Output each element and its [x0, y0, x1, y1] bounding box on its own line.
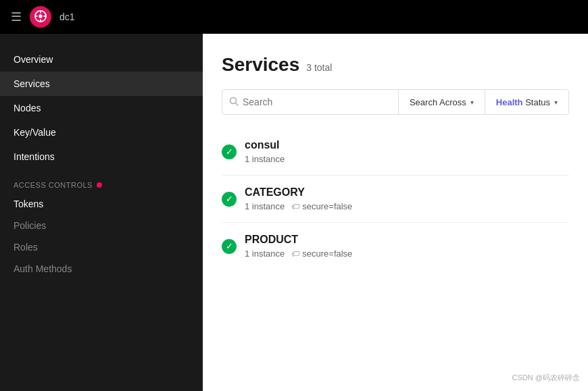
health-status-button[interactable]: Health Status ▾ — [485, 90, 568, 114]
search-across-label: Search Across — [410, 97, 466, 107]
tag-value: secure=false — [302, 201, 352, 211]
health-check-icon: ✓ — [222, 239, 237, 254]
sidebar-item-auth-methods[interactable]: Auth Methods — [0, 258, 203, 280]
status-label-text: Status — [525, 97, 550, 107]
health-check-icon: ✓ — [222, 145, 237, 159]
health-label: Health — [496, 97, 523, 107]
service-tag: 🏷 secure=false — [291, 249, 352, 259]
instance-count: 1 instance — [245, 249, 285, 259]
top-navigation: ☰ dc1 — [0, 0, 588, 34]
services-list: ✓ consul 1 instance ✓ CATEGORY 1 instanc… — [222, 128, 569, 269]
svg-line-7 — [236, 103, 239, 105]
service-info: consul 1 instance — [245, 139, 285, 164]
logo-text — [34, 10, 47, 24]
service-name: PRODUCT — [245, 234, 352, 246]
svg-point-1 — [39, 14, 42, 18]
sidebar-item-nodes[interactable]: Nodes — [0, 96, 203, 120]
sidebar-item-overview[interactable]: Overview — [0, 47, 203, 72]
service-tag: 🏷 secure=false — [291, 201, 352, 211]
sidebar-item-roles[interactable]: Roles — [0, 236, 203, 258]
table-row[interactable]: ✓ PRODUCT 1 instance 🏷 secure=false — [222, 223, 569, 269]
filter-bar: Search Across ▾ Health Status ▾ — [222, 89, 569, 115]
sidebar-item-keyvalue[interactable]: Key/Value — [0, 120, 203, 145]
sidebar-item-intentions[interactable]: Intentions — [0, 145, 203, 169]
access-dot-icon — [97, 182, 102, 188]
tag-icon: 🏷 — [291, 249, 299, 259]
tag-icon: 🏷 — [291, 202, 299, 211]
watermark: CSDN @码农碎碎念 — [512, 373, 580, 383]
hamburger-icon[interactable]: ☰ — [11, 9, 22, 24]
instance-count: 1 instance — [245, 154, 285, 164]
dc-label: dc1 — [59, 11, 75, 22]
sidebar: Overview Services Nodes Key/Value Intent… — [0, 34, 203, 391]
sidebar-item-policies[interactable]: Policies — [0, 215, 203, 236]
service-info: PRODUCT 1 instance 🏷 secure=false — [245, 234, 352, 259]
sidebar-item-services[interactable]: Services — [0, 72, 203, 96]
table-row[interactable]: ✓ consul 1 instance — [222, 128, 569, 176]
page-header: Services 3 total — [222, 54, 569, 76]
page-title: Services — [222, 54, 299, 76]
health-status-label: Health Status — [496, 97, 550, 107]
search-wrap — [222, 91, 398, 113]
tag-value: secure=false — [302, 249, 352, 259]
search-icon — [229, 97, 239, 108]
page-count: 3 total — [306, 62, 332, 73]
search-across-button[interactable]: Search Across ▾ — [399, 90, 485, 114]
health-check-icon: ✓ — [222, 192, 237, 207]
access-controls-label: ACCESS CONTROLS — [0, 169, 203, 193]
service-name: consul — [245, 139, 285, 151]
service-meta: 1 instance 🏷 secure=false — [245, 249, 352, 259]
chevron-down-icon: ▾ — [470, 99, 474, 106]
content-area: Services 3 total Search Across ▾ — [203, 34, 588, 391]
instance-count: 1 instance — [245, 201, 285, 211]
app-logo — [30, 6, 51, 28]
service-meta: 1 instance 🏷 secure=false — [245, 201, 352, 211]
chevron-down-icon-2: ▾ — [554, 99, 558, 106]
service-name: CATEGORY — [245, 186, 352, 199]
main-layout: Overview Services Nodes Key/Value Intent… — [0, 34, 588, 391]
service-meta: 1 instance — [245, 154, 285, 164]
sidebar-item-tokens[interactable]: Tokens — [0, 193, 203, 215]
service-info: CATEGORY 1 instance 🏷 secure=false — [245, 186, 352, 211]
search-input[interactable] — [243, 91, 391, 113]
table-row[interactable]: ✓ CATEGORY 1 instance 🏷 secure=false — [222, 176, 569, 223]
